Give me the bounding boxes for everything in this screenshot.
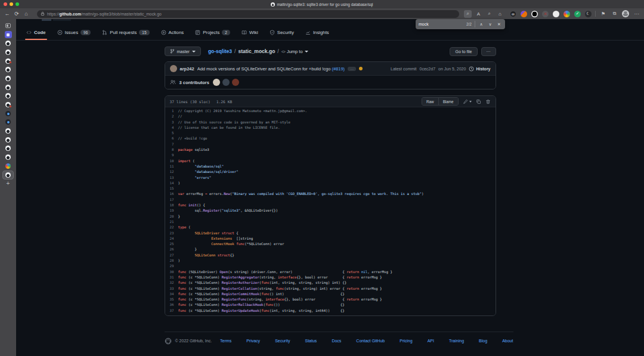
edit-file-button[interactable] [463, 99, 472, 104]
tab-github-2[interactable] [3, 48, 13, 57]
line-number[interactable]: 32 [165, 280, 178, 286]
avatar[interactable] [213, 79, 220, 86]
breadcrumb-repo-link[interactable]: go-sqlite3 [208, 48, 232, 54]
line-number[interactable]: 22 [165, 225, 178, 230]
tab-pinned-app[interactable] [3, 30, 13, 39]
tab-github-4[interactable] [3, 65, 13, 74]
sidebar-panel-toggle[interactable] [3, 21, 13, 30]
footer-link-terms[interactable]: Terms [220, 339, 231, 343]
line-number[interactable]: 3 [165, 120, 178, 125]
line-number[interactable]: 13 [165, 175, 178, 181]
refresh-button[interactable]: ⟳ [12, 11, 21, 17]
jump-to-button[interactable]: <> Jump to [281, 49, 308, 54]
line-number[interactable]: 16 [165, 191, 178, 197]
footer-link-security[interactable]: Security [275, 339, 290, 343]
tab-github-3[interactable] [3, 57, 13, 66]
find-close-button[interactable]: ✕ [496, 22, 502, 27]
line-number[interactable]: 23 [165, 231, 178, 236]
line-number[interactable]: 34 [165, 292, 178, 297]
file-kebab-menu-button[interactable]: ··· [481, 47, 496, 56]
repo-tab-actions[interactable]: Actions [157, 26, 188, 40]
line-number[interactable]: 2 [165, 114, 178, 119]
footer-link-blog[interactable]: Blog [479, 339, 487, 343]
line-number[interactable]: 4 [165, 125, 178, 131]
line-number[interactable]: 11 [165, 164, 178, 169]
line-number[interactable]: 31 [165, 275, 178, 280]
find-next-button[interactable]: ∨ [487, 22, 493, 27]
line-number[interactable]: 19 [165, 208, 178, 213]
repo-tab-pull-requests[interactable]: Pull requests15 [98, 26, 153, 40]
line-number[interactable]: 1 [165, 109, 178, 114]
collections-button[interactable]: ⧉ [611, 10, 618, 18]
extension-icon-2[interactable] [521, 11, 527, 17]
favorites-button[interactable]: ⚑ [599, 10, 607, 18]
tab-github-6[interactable] [3, 83, 13, 92]
browser-menu-button[interactable]: ⋯ [633, 10, 640, 18]
commit-message-expand-button[interactable]: … [348, 67, 356, 71]
line-number[interactable]: 26 [165, 247, 178, 252]
commit-hash[interactable]: 0cec2d7 [420, 67, 435, 71]
tab-github-8[interactable] [3, 100, 13, 109]
line-number[interactable]: 5 [165, 131, 178, 136]
branch-selector-button[interactable]: master [165, 47, 201, 56]
line-number[interactable]: 33 [165, 286, 178, 292]
extension-icon-4[interactable]: ✕ [542, 11, 549, 17]
extension-icon-8[interactable]: ☾ [585, 11, 592, 17]
extension-icon-7[interactable]: ✓ [574, 11, 581, 17]
line-number[interactable]: 18 [165, 203, 178, 208]
back-button[interactable]: ← [2, 11, 12, 17]
line-number[interactable]: 24 [165, 236, 178, 242]
extension-icon-1[interactable]: ∞ [510, 11, 516, 17]
repo-tab-insights[interactable]: Insights [302, 26, 333, 40]
extension-icon-6[interactable] [564, 11, 570, 17]
line-number[interactable]: 15 [165, 186, 178, 191]
text-size-button[interactable]: A [475, 10, 482, 18]
line-number[interactable]: 12 [165, 169, 178, 175]
find-in-page-button[interactable]: ⌕ [464, 10, 472, 18]
extension-icon-3[interactable] [531, 11, 538, 17]
line-number[interactable]: 8 [165, 147, 178, 153]
footer-link-api[interactable]: API [428, 339, 434, 343]
home-button[interactable]: ⌂ [21, 11, 31, 17]
contributors-link[interactable]: 3 contributors [179, 80, 209, 85]
repo-tab-wiki[interactable]: Wiki [238, 26, 262, 40]
repo-tab-issues[interactable]: Issues96 [54, 26, 95, 40]
line-number[interactable]: 37 [165, 308, 178, 314]
new-tab-button[interactable]: + [3, 179, 13, 188]
tab-github-1[interactable] [3, 39, 13, 48]
tab-github-active[interactable] [3, 171, 13, 179]
tab-github-11[interactable] [3, 144, 13, 153]
raw-button[interactable]: Raw [422, 98, 438, 105]
line-number[interactable]: 10 [165, 159, 178, 164]
commit-author[interactable]: arp242 [180, 66, 194, 72]
extension-icon-5[interactable] [553, 11, 559, 17]
tab-github-7[interactable] [3, 92, 13, 101]
profile-avatar[interactable] [622, 10, 629, 17]
repo-tab-code[interactable]: Code [23, 26, 49, 40]
reader-home-button[interactable]: ⌂ [496, 10, 504, 18]
go-to-file-button[interactable]: Go to file [450, 47, 477, 56]
delete-file-button[interactable] [485, 99, 491, 104]
line-number[interactable]: 29 [165, 264, 178, 269]
tab-docs-1[interactable] [3, 109, 13, 118]
avatar[interactable] [222, 79, 230, 86]
footer-link-training[interactable]: Training [449, 339, 464, 343]
footer-link-pricing[interactable]: Pricing [400, 339, 412, 343]
line-number[interactable]: 30 [165, 270, 178, 275]
line-number[interactable]: 17 [165, 197, 178, 203]
tab-docs-2[interactable] [3, 118, 13, 127]
line-number[interactable]: 25 [165, 242, 178, 247]
find-input[interactable]: mock [419, 22, 463, 26]
footer-link-status[interactable]: Status [305, 339, 317, 343]
repo-tab-security[interactable]: Security [266, 26, 298, 40]
tab-github-12[interactable] [3, 153, 13, 162]
commit-author-avatar[interactable] [170, 65, 177, 72]
line-number[interactable]: 9 [165, 153, 178, 158]
line-number[interactable]: 14 [165, 181, 178, 186]
tab-github-5[interactable] [3, 74, 13, 83]
line-number[interactable]: 21 [165, 219, 178, 225]
footer-link-docs[interactable]: Docs [332, 339, 341, 343]
avatar[interactable] [232, 79, 239, 86]
commit-status-pending-icon[interactable] [359, 67, 363, 70]
line-number[interactable]: 7 [165, 142, 178, 147]
